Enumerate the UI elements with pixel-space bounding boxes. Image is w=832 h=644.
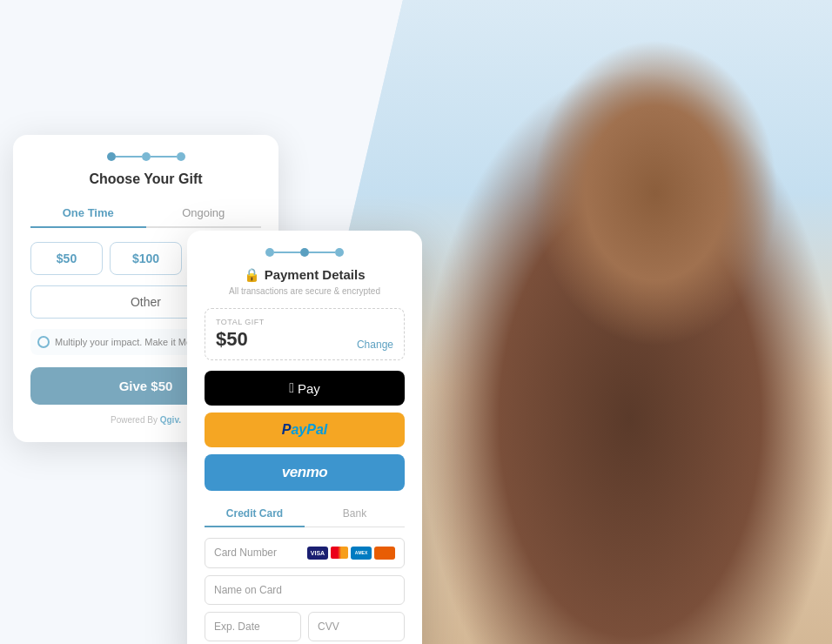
payment-progress-line-1 bbox=[274, 252, 300, 253]
payment-title: 🔒 Payment Details bbox=[205, 267, 405, 283]
lock-icon: 🔒 bbox=[244, 267, 260, 282]
name-on-card-label: Name on Card bbox=[214, 584, 282, 596]
apple-pay-label: Pay bbox=[298, 381, 320, 396]
cvv-label: CVV bbox=[318, 621, 339, 633]
powered-by-label: Powered By bbox=[111, 415, 158, 425]
card-type-icons: VISA AMEX bbox=[307, 547, 395, 560]
progress-line-2 bbox=[151, 156, 177, 158]
payment-details-card: 🔒 Payment Details All transactions are s… bbox=[187, 231, 422, 644]
payment-progress-line-2 bbox=[309, 252, 335, 253]
paypal-label: PayPal bbox=[282, 422, 327, 438]
total-gift-amount: $50 bbox=[216, 328, 248, 350]
payment-subtitle: All transactions are secure & encrypted bbox=[205, 286, 405, 296]
total-gift-label: TOTAL GIFT bbox=[216, 318, 265, 326]
progress-dot-1 bbox=[107, 152, 116, 161]
frequency-tabs: One Time Ongoing bbox=[30, 199, 261, 228]
discover-icon bbox=[374, 547, 395, 560]
payment-method-tabs: Credit Card Bank bbox=[205, 501, 405, 527]
payment-progress-dot-3 bbox=[335, 248, 344, 257]
visa-icon: VISA bbox=[307, 547, 328, 560]
payment-progress-indicator bbox=[205, 248, 405, 257]
apple-icon:  bbox=[289, 380, 294, 396]
exp-cvv-row: Exp. Date CVV bbox=[205, 612, 405, 645]
multiply-text: Multiply your impact. Make it Mont bbox=[55, 337, 199, 347]
card-number-field[interactable]: Card Number VISA AMEX bbox=[205, 538, 405, 568]
cvv-field[interactable]: CVV bbox=[308, 612, 405, 641]
progress-indicator bbox=[30, 152, 261, 161]
payment-progress-dot-1 bbox=[265, 248, 274, 257]
tab-one-time[interactable]: One Time bbox=[30, 199, 146, 228]
progress-dot-2 bbox=[142, 152, 151, 161]
venmo-label: venmo bbox=[282, 464, 327, 481]
exp-date-field[interactable]: Exp. Date bbox=[205, 612, 301, 641]
card-number-label: Card Number bbox=[214, 547, 277, 559]
sun-icon bbox=[37, 336, 50, 348]
tab-ongoing[interactable]: Ongoing bbox=[146, 199, 262, 226]
progress-dot-3 bbox=[177, 152, 185, 161]
choose-gift-title: Choose Your Gift bbox=[30, 171, 261, 187]
name-on-card-field[interactable]: Name on Card bbox=[205, 575, 405, 605]
change-link[interactable]: Change bbox=[357, 339, 393, 351]
exp-date-label: Exp. Date bbox=[214, 621, 260, 633]
total-gift-box: TOTAL GIFT $50 Change bbox=[205, 308, 405, 360]
progress-line-1 bbox=[116, 156, 142, 158]
tab-credit-card[interactable]: Credit Card bbox=[205, 501, 305, 527]
apple-pay-button[interactable]:  Pay bbox=[205, 371, 405, 406]
amount-50[interactable]: $50 bbox=[30, 242, 103, 275]
tab-bank[interactable]: Bank bbox=[305, 501, 405, 527]
amount-100[interactable]: $100 bbox=[110, 242, 182, 275]
venmo-button[interactable]: venmo bbox=[205, 454, 405, 491]
mastercard-icon bbox=[331, 547, 348, 559]
paypal-button[interactable]: PayPal bbox=[205, 413, 405, 447]
total-gift-left: TOTAL GIFT $50 bbox=[216, 318, 265, 351]
amex-icon: AMEX bbox=[351, 547, 372, 560]
powered-by-brand: Qgiv. bbox=[160, 415, 181, 425]
payment-progress-dot-2 bbox=[300, 248, 309, 257]
